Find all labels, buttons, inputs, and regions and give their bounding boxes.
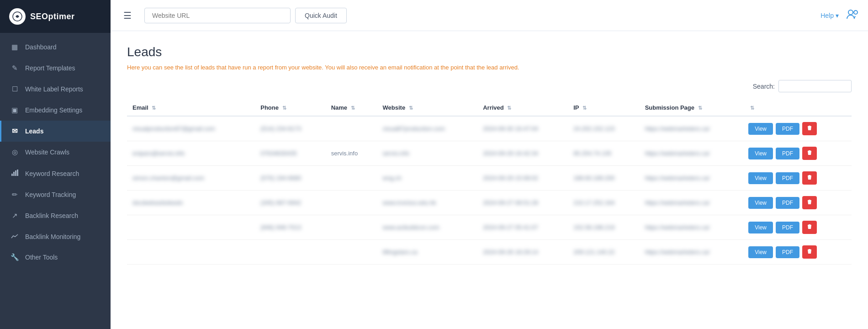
col-website[interactable]: Website ⇅ [377, 100, 478, 116]
sidebar-item-leads[interactable]: ✉ Leads [0, 121, 111, 142]
sidebar-item-white-label-reports[interactable]: ☐ White Label Reports [0, 79, 111, 100]
view-button[interactable]: View [748, 148, 773, 159]
col-ip[interactable]: IP ⇅ [568, 100, 639, 116]
table-actions-cell: View PDF [743, 116, 852, 141]
sidebar-item-label: Leads [25, 127, 43, 135]
col-phone[interactable]: Phone ⇅ [255, 100, 325, 116]
table-cell: wng.ch [377, 166, 478, 191]
table-cell: (345) 687-6942 [255, 191, 325, 215]
sidebar-item-keyword-research[interactable]: Keyword Research [0, 163, 111, 184]
table-cell [255, 240, 325, 265]
sidebar-item-embedding-settings[interactable]: ▣ Embedding Settings [0, 100, 111, 121]
sidebar-item-other-tools[interactable]: 🔧 Other Tools [0, 247, 111, 268]
main-content: Leads Here you can see the list of leads… [111, 31, 868, 329]
table-cell: 07634630435 [255, 141, 325, 166]
col-arrived[interactable]: Arrived ⇅ [477, 100, 568, 116]
col-email[interactable]: Email ⇅ [127, 100, 255, 116]
keyword-tracking-icon: ✏ [11, 191, 19, 199]
table-cell: servis.info [377, 141, 478, 166]
dashboard-icon: ▦ [11, 43, 19, 51]
table-cell: visualproduction87@gmail.com [127, 116, 255, 141]
table-cell: www.acibuildcon.com [377, 215, 478, 240]
sort-arrived-icon[interactable]: ⇅ [507, 105, 511, 111]
white-label-icon: ☐ [11, 85, 19, 93]
sort-phone-icon[interactable]: ⇅ [282, 105, 286, 111]
table-cell: (514) 234-8173 [255, 116, 325, 141]
backlink-monitoring-icon [11, 233, 19, 240]
sort-email-icon[interactable]: ⇅ [152, 105, 156, 111]
view-button[interactable]: View [748, 197, 773, 209]
sort-name-icon[interactable]: ⇅ [351, 105, 355, 111]
table-cell: https://webmarketers.ca/ [640, 191, 743, 215]
col-submission-page[interactable]: Submission Page ⇅ [640, 100, 743, 116]
col-name[interactable]: Name ⇅ [326, 100, 377, 116]
table-cell: 2024-09-29 16:42:34 [477, 141, 568, 166]
table-cell [326, 166, 377, 191]
delete-button[interactable] [802, 221, 817, 234]
page-description: Here you can see the list of leads that … [127, 64, 852, 71]
backlink-research-icon: ↗ [11, 212, 19, 220]
url-input[interactable] [144, 8, 291, 23]
main-wrapper: ☰ Quick Audit Help ▾ Leads Here you can … [111, 0, 868, 329]
search-input[interactable] [778, 80, 852, 92]
table-row: dscdwdswdsdwsdv(345) 687-6942www.invictu… [127, 191, 852, 215]
sidebar-item-report-templates[interactable]: ✎ Report Templates [0, 58, 111, 79]
sidebar-item-label: Dashboard [25, 43, 57, 51]
pdf-button[interactable]: PDF [776, 172, 799, 184]
sidebar-item-label: Keyword Tracking [25, 191, 76, 198]
sidebar-item-label: Backlink Monitoring [25, 233, 80, 240]
sidebar-item-backlink-research[interactable]: ↗ Backlink Research [0, 205, 111, 226]
sort-actions-icon[interactable]: ⇅ [750, 105, 754, 111]
website-crawls-icon: ◎ [11, 148, 19, 156]
table-row: simon.chanton@gmail.com(570) 194-6680wng… [127, 166, 852, 191]
view-button[interactable]: View [748, 222, 773, 233]
logo-area: SEOptimer [0, 0, 111, 33]
view-button[interactable]: View [748, 246, 773, 258]
keyword-research-icon [11, 169, 19, 178]
sort-website-icon[interactable]: ⇅ [409, 105, 413, 111]
sidebar-item-backlink-monitoring[interactable]: Backlink Monitoring [0, 226, 111, 247]
delete-button[interactable] [802, 122, 817, 135]
logo-icon [9, 8, 26, 25]
pdf-button[interactable]: PDF [776, 148, 799, 159]
table-cell: (946) 948-7013 [255, 215, 325, 240]
chevron-down-icon: ▾ [836, 12, 839, 19]
table-cell: 188.60.189.200 [568, 166, 639, 191]
table-cell [326, 215, 377, 240]
table-cell: https://webmarketers.ca/ [640, 116, 743, 141]
search-label: Search: [753, 83, 775, 90]
sidebar-item-website-crawls[interactable]: ◎ Website Crawls [0, 142, 111, 163]
pdf-button[interactable]: PDF [776, 246, 799, 258]
delete-button[interactable] [802, 245, 817, 259]
delete-button[interactable] [802, 171, 817, 185]
svg-point-6 [854, 11, 857, 14]
leads-table: Email ⇅ Phone ⇅ Name ⇅ Website ⇅ [127, 100, 852, 265]
quick-audit-button[interactable]: Quick Audit [295, 8, 347, 23]
table-cell [326, 191, 377, 215]
users-icon[interactable] [846, 9, 859, 22]
logo-text: SEOptimer [30, 12, 75, 21]
help-link[interactable]: Help ▾ [820, 12, 839, 19]
view-button[interactable]: View [748, 123, 773, 135]
delete-button[interactable] [802, 196, 817, 209]
view-button[interactable]: View [748, 172, 773, 184]
table-cell: dscdwdswdsdwsdv [127, 191, 255, 215]
table-actions-cell: View PDF [743, 215, 852, 240]
sort-submission-icon[interactable]: ⇅ [698, 105, 702, 111]
pdf-button[interactable]: PDF [776, 123, 799, 135]
sidebar-item-dashboard[interactable]: ▦ Dashboard [0, 37, 111, 58]
hamburger-button[interactable]: ☰ [120, 8, 135, 23]
table-cell [326, 240, 377, 265]
pdf-button[interactable]: PDF [776, 222, 799, 233]
embedding-icon: ▣ [11, 106, 19, 114]
sidebar-item-label: Other Tools [25, 254, 58, 261]
leads-icon: ✉ [11, 127, 19, 135]
delete-button[interactable] [802, 147, 817, 160]
sort-ip-icon[interactable]: ⇅ [582, 105, 587, 111]
sidebar-item-keyword-tracking[interactable]: ✏ Keyword Tracking [0, 184, 111, 205]
table-cell: 209.121.140.22 [568, 240, 639, 265]
pdf-button[interactable]: PDF [776, 197, 799, 209]
table-cell: 2024-09-30 16:47:04 [477, 116, 568, 141]
sidebar-item-label: Backlink Research [25, 212, 78, 219]
table-cell: 210.17.252.164 [568, 191, 639, 215]
